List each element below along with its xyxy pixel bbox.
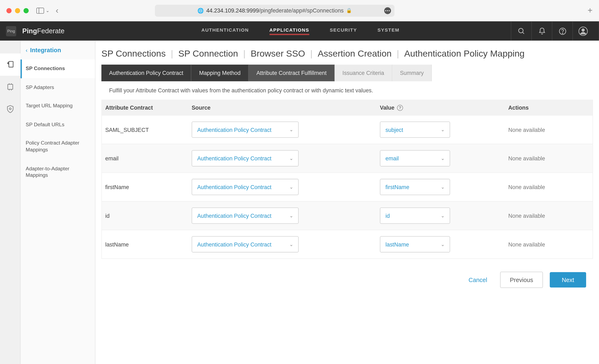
next-button[interactable]: Next [550, 272, 586, 287]
chevron-down-icon: ⌄ [289, 127, 293, 133]
rail-security-icon[interactable] [0, 98, 21, 120]
tab-attribute-contract-fulfillment[interactable]: Attribute Contract Fulfillment [249, 65, 335, 81]
chevron-down-icon: ⌄ [289, 184, 293, 190]
close-window[interactable] [7, 8, 12, 13]
window-controls [7, 8, 29, 13]
svg-point-10 [9, 108, 11, 110]
rail-adapters-icon[interactable] [0, 76, 21, 98]
rail-integration-icon[interactable] [0, 53, 21, 76]
chevron-down-icon: ⌄ [289, 241, 293, 247]
address-bar[interactable]: 🌐 44.234.109.248:9999/pingfederate/app#/… [155, 5, 395, 17]
notifications-icon[interactable] [531, 21, 552, 41]
row-actions: None available [508, 212, 592, 219]
page-description: Fulfill your Attribute Contract with val… [102, 81, 593, 100]
sidebar: ‹ Integration SP Connections SP Adapters… [21, 41, 96, 364]
sidebar-item-sp-default-urls[interactable]: SP Default URLs [21, 115, 95, 134]
table-row: id Authentication Policy Contract⌄ id⌄ N… [102, 201, 592, 230]
breadcrumb-item[interactable]: SP Connections [102, 48, 166, 58]
previous-button[interactable]: Previous [500, 272, 543, 288]
source-select[interactable]: Authentication Policy Contract⌄ [192, 179, 299, 195]
lock-icon: 🔒 [346, 8, 352, 13]
breadcrumb-item: Authentication Policy Mapping [404, 48, 525, 58]
page-actions-icon[interactable]: ••• [384, 7, 391, 14]
back-button[interactable]: ‹ [55, 6, 58, 15]
search-icon[interactable] [511, 21, 531, 41]
header-source: Source [192, 104, 380, 111]
row-actions: None available [508, 184, 592, 190]
attribute-name: firstName [102, 184, 192, 190]
cancel-button[interactable]: Cancel [463, 272, 493, 287]
sidebar-item-policy-contract-adapter-mappings[interactable]: Policy Contract Adapter Mappings [21, 134, 95, 160]
chevron-down-icon: ⌄ [441, 156, 445, 161]
tab-auth-policy-contract[interactable]: Authentication Policy Contract [102, 65, 192, 81]
attribute-name: SAML_SUBJECT [102, 126, 192, 133]
chevron-down-icon: ⌄ [441, 241, 445, 247]
source-select[interactable]: Authentication Policy Contract⌄ [192, 236, 299, 252]
value-select[interactable]: subject⌄ [380, 122, 450, 138]
attribute-name: id [102, 212, 192, 219]
row-actions: None available [508, 126, 592, 133]
help-icon[interactable] [552, 21, 573, 41]
attribute-table: Attribute Contract Source Value? Actions… [102, 100, 593, 259]
sidebar-toggle[interactable]: ⌄ [36, 8, 49, 14]
minimize-window[interactable] [15, 8, 20, 13]
header-attribute-contract: Attribute Contract [102, 104, 192, 111]
help-icon[interactable]: ? [397, 105, 403, 111]
globe-icon: 🌐 [197, 8, 204, 14]
tab-summary[interactable]: Summary [392, 65, 432, 81]
sidebar-item-target-url-mapping[interactable]: Target URL Mapping [21, 97, 95, 115]
value-select[interactable]: email⌄ [380, 150, 450, 166]
sidebar-item-adapter-to-adapter-mappings[interactable]: Adapter-to-Adapter Mappings [21, 159, 95, 185]
tab-issuance-criteria[interactable]: Issuance Criteria [335, 65, 392, 81]
brand-name: PingFederate [22, 27, 64, 35]
new-tab-button[interactable]: + [588, 6, 592, 15]
svg-rect-0 [37, 8, 44, 13]
header-actions: Actions [508, 104, 592, 111]
nav-authentication[interactable]: AUTHENTICATION [201, 27, 249, 35]
breadcrumb-item[interactable]: SP Connection [178, 48, 238, 58]
breadcrumb: SP Connections| SP Connection| Browser S… [96, 41, 599, 64]
url-path: /pingfederate/app#/spConnections [259, 7, 344, 14]
svg-rect-8 [9, 61, 13, 67]
svg-point-5 [562, 33, 563, 33]
svg-line-3 [522, 32, 524, 34]
user-avatar[interactable] [572, 21, 593, 41]
top-nav: AUTHENTICATION APPLICATIONS SECURITY SYS… [201, 27, 399, 35]
nav-applications[interactable]: APPLICATIONS [269, 27, 309, 35]
brand-logo: Ping [6, 26, 16, 36]
header-value: Value? [380, 104, 508, 111]
source-select[interactable]: Authentication Policy Contract⌄ [192, 150, 299, 166]
svg-point-2 [519, 28, 523, 33]
chevron-down-icon: ⌄ [46, 8, 49, 13]
maximize-window[interactable] [24, 8, 29, 13]
sidebar-title: Integration [30, 47, 61, 53]
browser-toolbar: ⌄ ‹ 🌐 44.234.109.248:9999/pingfederate/a… [0, 0, 599, 21]
table-row: email Authentication Policy Contract⌄ em… [102, 144, 592, 172]
nav-system[interactable]: SYSTEM [378, 27, 399, 35]
nav-security[interactable]: SECURITY [330, 27, 357, 35]
table-header: Attribute Contract Source Value? Actions [102, 100, 592, 115]
svg-rect-9 [8, 84, 13, 89]
value-select[interactable]: lastName⌄ [380, 236, 450, 252]
table-row: SAML_SUBJECT Authentication Policy Contr… [102, 115, 592, 144]
source-select[interactable]: Authentication Policy Contract⌄ [192, 122, 299, 138]
chevron-down-icon: ⌄ [289, 156, 293, 161]
footer-buttons: Cancel Previous Next [96, 263, 599, 296]
value-select[interactable]: firstName⌄ [380, 179, 450, 195]
row-actions: None available [508, 155, 592, 162]
source-select[interactable]: Authentication Policy Contract⌄ [192, 208, 299, 224]
svg-point-7 [581, 28, 584, 31]
chevron-left-icon: ‹ [26, 47, 27, 53]
breadcrumb-item[interactable]: Browser SSO [251, 48, 305, 58]
table-row: firstName Authentication Policy Contract… [102, 172, 592, 201]
breadcrumb-item[interactable]: Assertion Creation [317, 48, 391, 58]
attribute-name: lastName [102, 241, 192, 248]
chevron-down-icon: ⌄ [441, 127, 445, 133]
sidebar-back-link[interactable]: ‹ Integration [21, 41, 95, 60]
sidebar-item-sp-adapters[interactable]: SP Adapters [21, 78, 95, 97]
sidebar-item-sp-connections[interactable]: SP Connections [21, 60, 95, 78]
chevron-down-icon: ⌄ [289, 213, 293, 218]
value-select[interactable]: id⌄ [380, 208, 450, 224]
attribute-name: email [102, 155, 192, 162]
tab-mapping-method[interactable]: Mapping Method [191, 65, 248, 81]
